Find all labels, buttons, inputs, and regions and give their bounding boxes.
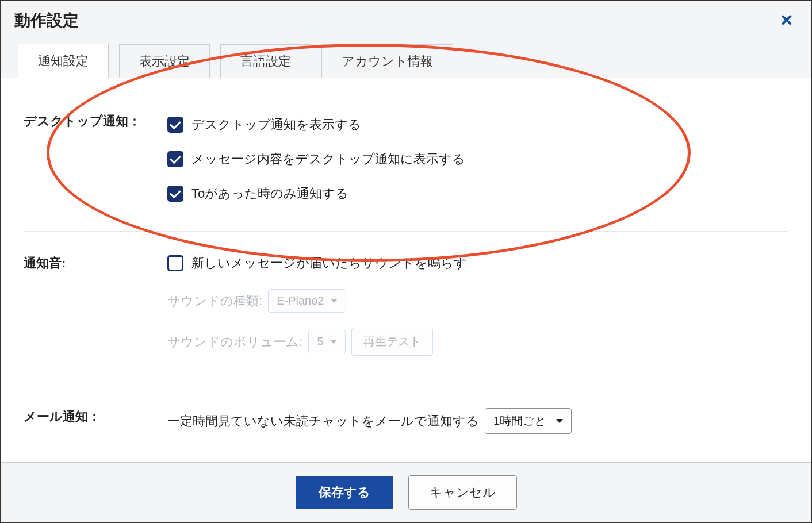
checkbox-show-message-content[interactable] bbox=[167, 151, 183, 167]
select-email-interval[interactable]: 1時間ごと bbox=[485, 408, 572, 434]
tab-label: 通知設定 bbox=[38, 53, 89, 68]
section-email-notification: メール通知： 一定時間見ていない未読チャットをメールで通知する 1時間ごと bbox=[24, 379, 788, 445]
field-row-sound-volume: サウンドのボリューム: 5 再生テスト bbox=[167, 328, 788, 356]
chevron-down-icon bbox=[556, 419, 563, 423]
section-body: デスクトップ通知を表示する メッセージ内容をデスクトップ通知に表示する Toがあ… bbox=[167, 113, 788, 208]
tabs: 通知設定 表示設定 言語設定 アカウント情報 bbox=[1, 32, 811, 78]
checkbox-label: メッセージ内容をデスクトップ通知に表示する bbox=[191, 151, 465, 168]
checkbox-play-sound[interactable] bbox=[167, 255, 183, 271]
close-icon: ✕ bbox=[780, 11, 793, 29]
checkbox-row-play-sound: 新しいメッセージが届いたらサウンドを鳴らす bbox=[167, 255, 788, 272]
select-sound-type[interactable]: E-Piano2 bbox=[268, 289, 346, 313]
section-notification-sound: 通知音: 新しいメッセージが届いたらサウンドを鳴らす サウンドの種類: E-Pi… bbox=[24, 232, 788, 379]
tab-language-settings[interactable]: 言語設定 bbox=[220, 44, 311, 78]
chevron-down-icon bbox=[330, 340, 337, 344]
checkbox-label: Toがあった時のみ通知する bbox=[191, 185, 348, 202]
tab-account-info[interactable]: アカウント情報 bbox=[321, 44, 453, 78]
settings-dialog: 動作設定 ✕ 通知設定 表示設定 言語設定 アカウント情報 デスクトップ通知： bbox=[0, 0, 812, 523]
select-value: 5 bbox=[317, 335, 323, 348]
section-body: 新しいメッセージが届いたらサウンドを鳴らす サウンドの種類: E-Piano2 … bbox=[167, 255, 788, 356]
field-row-email-interval: 一定時間見ていない未読チャットをメールで通知する 1時間ごと bbox=[167, 408, 788, 434]
dialog-footer: 保存する キャンセル bbox=[1, 462, 811, 522]
close-button[interactable]: ✕ bbox=[775, 10, 798, 31]
tab-notification-settings[interactable]: 通知設定 bbox=[18, 44, 109, 78]
select-value: 1時間ごと bbox=[493, 413, 546, 429]
checkbox-notify-only-to[interactable] bbox=[167, 186, 183, 202]
email-description: 一定時間見ていない未読チャットをメールで通知する bbox=[167, 413, 479, 430]
tab-display-settings[interactable]: 表示設定 bbox=[119, 44, 210, 78]
cancel-button[interactable]: キャンセル bbox=[408, 475, 517, 510]
checkbox-row-show-message-content: メッセージ内容をデスクトップ通知に表示する bbox=[167, 151, 788, 168]
select-value: E-Piano2 bbox=[277, 294, 324, 307]
checkbox-show-desktop-notification[interactable] bbox=[167, 117, 183, 133]
checkbox-row-show-desktop: デスクトップ通知を表示する bbox=[167, 116, 788, 133]
field-label: サウンドのボリューム: bbox=[167, 333, 302, 351]
checkbox-label: 新しいメッセージが届いたらサウンドを鳴らす bbox=[191, 255, 467, 272]
tab-label: アカウント情報 bbox=[342, 54, 433, 68]
field-label: サウンドの種類: bbox=[167, 293, 262, 310]
field-row-sound-type: サウンドの種類: E-Piano2 bbox=[167, 289, 788, 313]
save-button[interactable]: 保存する bbox=[296, 476, 393, 509]
dialog-header: 動作設定 ✕ bbox=[1, 1, 811, 32]
checkbox-label: デスクトップ通知を表示する bbox=[191, 116, 361, 133]
section-label: デスクトップ通知： bbox=[24, 113, 167, 130]
select-sound-volume[interactable]: 5 bbox=[308, 330, 346, 353]
tab-label: 言語設定 bbox=[240, 54, 291, 68]
play-test-button[interactable]: 再生テスト bbox=[351, 328, 433, 356]
tab-label: 表示設定 bbox=[139, 54, 190, 68]
checkbox-row-only-to: Toがあった時のみ通知する bbox=[167, 185, 788, 202]
section-label: 通知音: bbox=[24, 255, 167, 272]
section-desktop-notification: デスクトップ通知： デスクトップ通知を表示する メッセージ内容をデスクトップ通知… bbox=[24, 101, 788, 232]
section-label: メール通知： bbox=[24, 408, 167, 425]
dialog-content: デスクトップ通知： デスクトップ通知を表示する メッセージ内容をデスクトップ通知… bbox=[1, 78, 811, 479]
dialog-title: 動作設定 bbox=[14, 10, 79, 32]
chevron-down-icon bbox=[331, 299, 338, 303]
section-body: 一定時間見ていない未読チャットをメールで通知する 1時間ごと bbox=[167, 408, 788, 434]
